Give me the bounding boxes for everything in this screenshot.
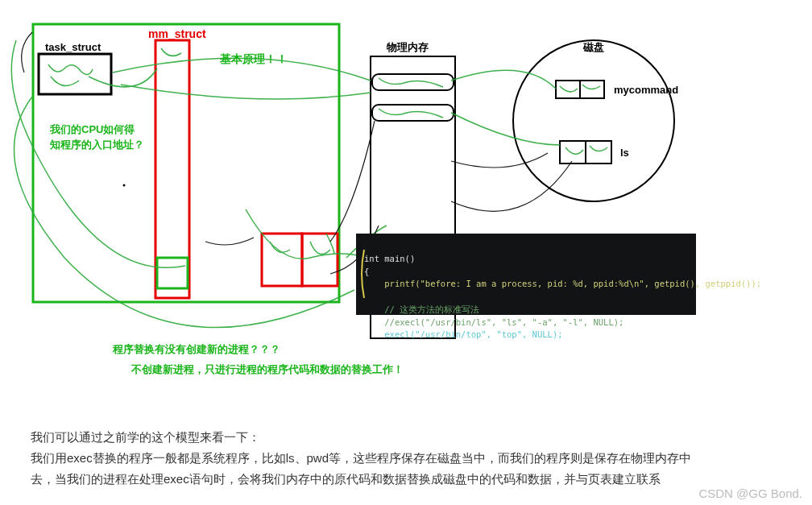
svg-point-14 — [123, 184, 126, 187]
svg-rect-1 — [39, 54, 111, 94]
paragraph-line-1: 我们可以通过之前学的这个模型来看一下： — [31, 427, 260, 448]
code-comment: // 这类方法的标准写法 — [364, 304, 479, 314]
code-line: execl("/usr/bin/top", "top", NULL); — [364, 329, 563, 339]
label-mm-struct: mm_struct — [148, 27, 206, 40]
label-ls: ls — [620, 147, 629, 159]
label-principle: 基本原理！！ — [220, 52, 288, 67]
code-line: printf("before: I am a process, pid: %d,… — [364, 279, 761, 288]
watermark: CSDN @GG Bond. — [698, 486, 802, 500]
label-disk: 磁盘 — [583, 40, 604, 55]
svg-rect-7 — [372, 74, 454, 90]
paragraph-line-3: 去，当我们的进程在处理exec语句时，会将我们内存中的原代码和数据替换成磁盘中的… — [31, 469, 661, 490]
svg-rect-0 — [33, 24, 339, 302]
svg-rect-10 — [556, 81, 580, 98]
svg-rect-4 — [262, 234, 302, 286]
code-line: { — [364, 267, 369, 276]
svg-rect-11 — [580, 81, 604, 98]
svg-rect-12 — [560, 141, 586, 164]
label-replace-q: 程序替换有没有创建新的进程？？？ — [113, 342, 280, 357]
code-block: int main() { printf("before: I am a proc… — [356, 234, 696, 315]
svg-rect-13 — [586, 141, 611, 164]
label-cpu-q1: 我们的CPU如何得 — [50, 122, 135, 137]
label-physmem: 物理内存 — [387, 40, 429, 55]
label-cpu-q2: 知程序的入口地址？ — [50, 138, 144, 152]
code-comment: //execl("/usr/bin/ls", "ls", "-a", "-l",… — [364, 317, 624, 327]
paragraph-line-2: 我们用exec替换的程序一般都是系统程序，比如ls、pwd等，这些程序保存在磁盘… — [31, 448, 691, 469]
svg-point-9 — [513, 40, 674, 201]
code-line: int main() — [364, 254, 415, 263]
svg-rect-5 — [302, 234, 338, 286]
svg-rect-2 — [155, 40, 189, 298]
label-task-struct: task_struct — [45, 41, 101, 53]
label-mycommand: mycommand — [614, 84, 678, 96]
svg-rect-8 — [372, 105, 454, 121]
label-replace-a: 不创建新进程，只进行进程的程序代码和数据的替换工作！ — [131, 362, 404, 377]
svg-rect-3 — [157, 258, 188, 288]
